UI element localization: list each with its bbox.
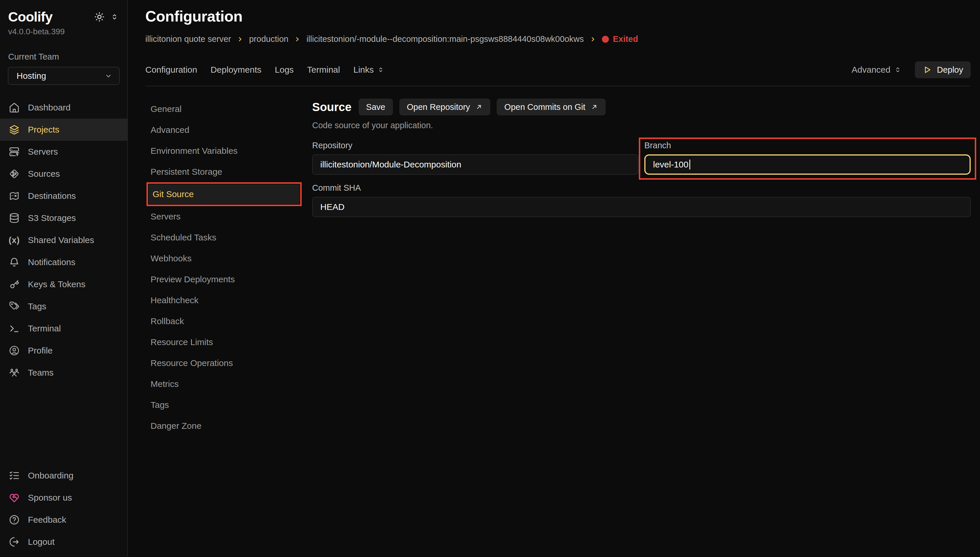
tab-logs[interactable]: Logs bbox=[275, 65, 294, 75]
sidebar-item-label: Destinations bbox=[28, 191, 76, 201]
open-commits-button[interactable]: Open Commits on Git bbox=[497, 99, 606, 116]
sidebar-item-teams[interactable]: Teams bbox=[0, 362, 127, 384]
sidebar-item-feedback[interactable]: Feedback bbox=[0, 509, 127, 531]
subnav-item-advanced[interactable]: Advanced bbox=[145, 119, 302, 140]
commit-sha-field: Commit SHA HEAD bbox=[312, 183, 971, 217]
subnav-item-rollback[interactable]: Rollback bbox=[145, 311, 302, 332]
subnav-item-resource-limits[interactable]: Resource Limits bbox=[145, 332, 302, 353]
sidebar-item-sources[interactable]: Sources bbox=[0, 163, 127, 185]
advanced-label: Advanced bbox=[852, 65, 890, 75]
sidebar-item-label: Logout bbox=[28, 537, 55, 547]
sidebar-item-label: Profile bbox=[28, 346, 53, 355]
map-icon bbox=[9, 191, 20, 202]
layers-icon bbox=[9, 124, 20, 135]
team-select[interactable]: Hosting bbox=[8, 67, 120, 85]
sidebar-item-destinations[interactable]: Destinations bbox=[0, 185, 127, 207]
heart-handshake-icon bbox=[9, 492, 20, 503]
sidebar-item-profile[interactable]: Profile bbox=[0, 340, 127, 362]
sidebar-item-notifications[interactable]: Notifications bbox=[0, 251, 127, 273]
tab-terminal[interactable]: Terminal bbox=[307, 65, 340, 75]
open-commits-label: Open Commits on Git bbox=[504, 102, 585, 112]
sidebar-item-label: Dashboard bbox=[28, 103, 71, 112]
parentheses-x-icon: (x) bbox=[9, 235, 20, 246]
git-source-panel: Source Save Open Repository Open Commits… bbox=[312, 99, 971, 557]
app-version: v4.0.0-beta.399 bbox=[0, 25, 127, 36]
branch-annotation-box: Branch level-100 bbox=[639, 137, 976, 180]
source-heading: Source bbox=[312, 101, 352, 114]
sidebar-item-logout[interactable]: Logout bbox=[0, 531, 127, 553]
sidebar-item-servers[interactable]: Servers bbox=[0, 141, 127, 163]
branch-label: Branch bbox=[644, 141, 971, 150]
tab-configuration[interactable]: Configuration bbox=[145, 65, 197, 75]
page-title: Configuration bbox=[145, 8, 971, 25]
commit-sha-input[interactable]: HEAD bbox=[312, 197, 971, 217]
subnav-item-tags[interactable]: Tags bbox=[145, 394, 302, 415]
sidebar-item-label: Teams bbox=[28, 368, 54, 378]
chevrons-up-down-icon[interactable] bbox=[111, 13, 119, 21]
breadcrumb-project[interactable]: illicitonion quote server bbox=[145, 34, 231, 44]
branch-input[interactable]: level-100 bbox=[644, 155, 971, 175]
help-circle-icon bbox=[9, 514, 20, 525]
subnav-item-environment-variables[interactable]: Environment Variables bbox=[145, 140, 302, 161]
subnav-item-metrics[interactable]: Metrics bbox=[145, 373, 302, 394]
tab-deployments[interactable]: Deployments bbox=[210, 65, 261, 75]
subnav-item-scheduled-tasks[interactable]: Scheduled Tasks bbox=[145, 227, 302, 248]
save-button[interactable]: Save bbox=[359, 99, 393, 116]
sidebar-item-s3-storages[interactable]: S3 Storages bbox=[0, 207, 127, 229]
bell-icon bbox=[9, 257, 20, 268]
sidebar-item-onboarding[interactable]: Onboarding bbox=[0, 464, 127, 487]
sidebar-item-label: Notifications bbox=[28, 257, 75, 267]
subnav-item-servers[interactable]: Servers bbox=[145, 206, 302, 227]
main-content: Configuration illicitonion quote server … bbox=[128, 0, 980, 557]
sidebar-item-label: Projects bbox=[28, 125, 59, 135]
subnav-item-resource-operations[interactable]: Resource Operations bbox=[145, 353, 302, 373]
database-icon bbox=[9, 212, 20, 223]
sidebar-item-shared-variables[interactable]: (x) Shared Variables bbox=[0, 229, 127, 251]
sidebar-item-terminal[interactable]: Terminal bbox=[0, 318, 127, 340]
terminal-icon bbox=[9, 323, 20, 334]
subnav-item-danger-zone[interactable]: Danger Zone bbox=[145, 415, 302, 436]
advanced-menu[interactable]: Advanced bbox=[852, 65, 901, 75]
sidebar: Coolify v4.0.0-beta.399 Current Team Hos… bbox=[0, 0, 128, 557]
chevron-down-icon bbox=[104, 72, 113, 80]
sidebar-item-label: Onboarding bbox=[28, 471, 73, 480]
subnav-item-healthcheck[interactable]: Healthcheck bbox=[145, 290, 302, 311]
sidebar-item-label: Shared Variables bbox=[28, 235, 94, 245]
sidebar-item-projects[interactable]: Projects bbox=[0, 119, 127, 141]
subnav-item-general[interactable]: General bbox=[145, 99, 302, 119]
source-description: Code source of your application. bbox=[312, 121, 971, 130]
sidebar-item-sponsor-us[interactable]: Sponsor us bbox=[0, 487, 127, 509]
deploy-button[interactable]: Deploy bbox=[915, 61, 971, 78]
sidebar-item-label: S3 Storages bbox=[28, 213, 76, 223]
sidebar-item-dashboard[interactable]: Dashboard bbox=[0, 96, 127, 119]
tab-links[interactable]: Links bbox=[353, 65, 384, 75]
brand-row: Coolify bbox=[0, 9, 127, 25]
repository-field: Repository illicitestonion/Module-Decomp… bbox=[312, 141, 639, 175]
chevron-right-icon bbox=[294, 36, 301, 42]
external-link-icon bbox=[590, 103, 598, 111]
repository-input[interactable]: illicitestonion/Module-Decomposition bbox=[312, 155, 639, 175]
subnav-item-git-source[interactable]: Git Source bbox=[148, 184, 300, 204]
subnav-item-webhooks[interactable]: Webhooks bbox=[145, 248, 302, 269]
subnav-item-persistent-storage[interactable]: Persistent Storage bbox=[145, 161, 302, 182]
user-circle-icon bbox=[9, 345, 20, 356]
breadcrumb-environment[interactable]: production bbox=[249, 34, 288, 44]
sidebar-item-label: Sources bbox=[28, 169, 60, 179]
sidebar-item-tags[interactable]: Tags bbox=[0, 295, 127, 318]
tab-divider bbox=[145, 86, 971, 86]
git-source-annotation-box: Git Source bbox=[146, 182, 302, 206]
subnav-item-preview-deployments[interactable]: Preview Deployments bbox=[145, 269, 302, 290]
sidebar-item-label: Servers bbox=[28, 147, 58, 157]
sidebar-spacer bbox=[0, 384, 127, 453]
chevron-right-icon bbox=[590, 36, 596, 42]
tab-bar: Configuration Deployments Logs Terminal … bbox=[145, 60, 971, 80]
status-text: Exited bbox=[613, 34, 638, 44]
theme-sun-icon[interactable] bbox=[94, 11, 105, 23]
chevrons-up-down-icon bbox=[894, 66, 902, 73]
users-icon bbox=[9, 367, 20, 378]
sidebar-item-keys-tokens[interactable]: Keys & Tokens bbox=[0, 273, 127, 295]
breadcrumb-application[interactable]: illicitestonion/-module--decomposition:m… bbox=[306, 34, 583, 44]
open-repository-button[interactable]: Open Repository bbox=[399, 99, 491, 116]
deploy-label: Deploy bbox=[937, 65, 963, 75]
sidebar-item-label: Keys & Tokens bbox=[28, 279, 85, 289]
